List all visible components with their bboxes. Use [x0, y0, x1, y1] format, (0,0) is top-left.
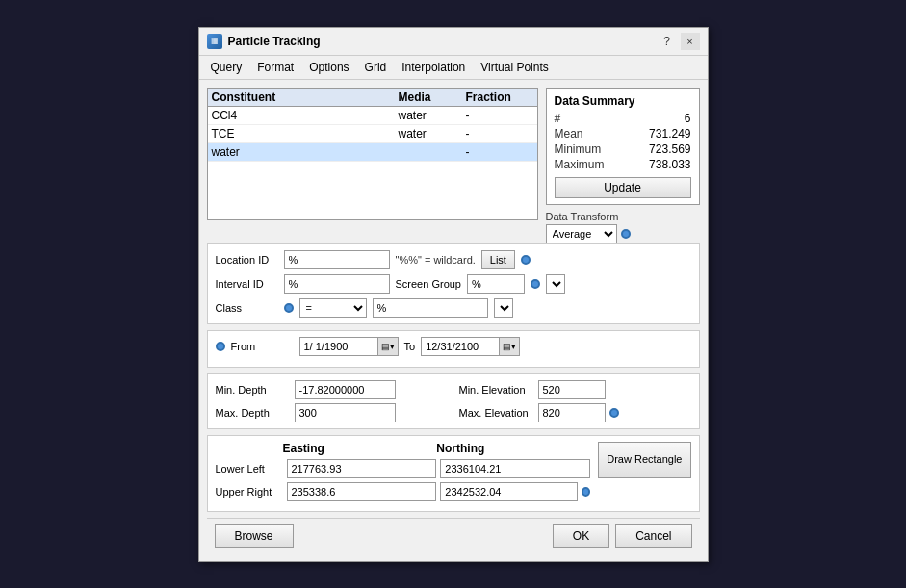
min-elev-row: Min. Elevation	[459, 380, 691, 399]
wildcard-hint: "%%" = wildcard.	[396, 254, 476, 266]
lower-left-northing-input[interactable]	[440, 459, 590, 478]
from-date-calendar-btn[interactable]: ▤▾	[377, 338, 398, 355]
summary-count-row: # 6	[555, 112, 691, 125]
coord-layout: Easting Northing Lower Left Upper Right	[216, 442, 691, 505]
class-operator-select[interactable]: =	[299, 298, 367, 318]
min-elev-input[interactable]	[538, 380, 606, 399]
upper-right-easting-input[interactable]	[287, 482, 437, 501]
to-date-input[interactable]	[422, 338, 499, 355]
title-bar: ▦ Particle Tracking ? ×	[199, 28, 708, 56]
min-depth-label: Min. Depth	[216, 384, 291, 396]
max-elev-row: Max. Elevation	[459, 403, 691, 422]
main-content: Constituent Media Fraction CCl4 water - …	[199, 80, 708, 561]
data-summary-title: Data Summary	[555, 94, 691, 108]
max-depth-input[interactable]	[295, 403, 396, 422]
upper-right-label: Upper Right	[216, 486, 283, 498]
class-label: Class	[216, 302, 278, 314]
main-window: ▦ Particle Tracking ? × Query Format Opt…	[198, 27, 709, 562]
row-fraction: -	[466, 145, 533, 159]
summary-max-value: 738.033	[649, 158, 690, 171]
table-row[interactable]: water -	[208, 143, 537, 162]
bottom-right-buttons: OK Cancel	[553, 524, 692, 548]
max-depth-row: Max. Depth	[216, 403, 448, 422]
update-button[interactable]: Update	[555, 177, 691, 198]
transform-label: Data Transform	[546, 211, 700, 222]
screen-group-select[interactable]: ▼	[546, 274, 565, 294]
lower-left-label: Lower Left	[216, 463, 283, 474]
transform-select[interactable]: Average Maximum Minimum Sum	[546, 224, 617, 243]
row-constituent: water	[212, 145, 399, 159]
to-label: To	[404, 341, 416, 352]
upper-right-northing-input[interactable]	[440, 482, 577, 501]
table-header: Constituent Media Fraction	[208, 89, 537, 107]
summary-min-row: Minimum 723.569	[555, 142, 691, 156]
menu-options[interactable]: Options	[301, 58, 356, 77]
coordinates-section: Easting Northing Lower Left Upper Right	[207, 435, 700, 512]
menu-interpolation[interactable]: Interpolation	[394, 58, 473, 77]
screen-group-label: Screen Group	[396, 278, 461, 290]
interval-id-input[interactable]	[284, 274, 390, 294]
from-label: From	[231, 341, 294, 352]
location-id-label: Location ID	[216, 254, 278, 266]
depth-elevation-section: Min. Depth Min. Elevation Max. Depth Max…	[207, 373, 700, 429]
draw-rectangle-button[interactable]: Draw Rectangle	[598, 442, 690, 478]
transform-indicator	[621, 229, 631, 239]
screen-group-input[interactable]	[467, 274, 525, 294]
menu-format[interactable]: Format	[249, 58, 301, 77]
row-constituent: CCl4	[212, 109, 399, 122]
close-button[interactable]: ×	[681, 33, 700, 50]
help-button[interactable]: ?	[658, 33, 677, 50]
cancel-button[interactable]: Cancel	[615, 524, 691, 548]
min-depth-input[interactable]	[295, 380, 396, 399]
coord-header: Easting Northing	[216, 442, 591, 455]
left-panel: Constituent Media Fraction CCl4 water - …	[207, 88, 538, 243]
row-constituent: TCE	[212, 127, 399, 141]
summary-mean-value: 731.249	[649, 127, 690, 141]
menu-grid[interactable]: Grid	[357, 58, 395, 77]
interval-id-row: Interval ID Screen Group ▼	[216, 274, 691, 294]
summary-count-label: #	[555, 112, 561, 125]
col-fraction: Fraction	[466, 90, 533, 104]
to-date-calendar-btn[interactable]: ▤▾	[499, 338, 519, 355]
transform-select-row: Average Maximum Minimum Sum	[546, 224, 700, 243]
northing-header: Northing	[436, 442, 590, 455]
ok-button[interactable]: OK	[553, 524, 609, 548]
row-fraction: -	[466, 109, 533, 122]
coord-table: Easting Northing Lower Left Upper Right	[216, 442, 591, 505]
location-id-row: Location ID "%%" = wildcard. List	[216, 250, 691, 269]
menu-virtual-points[interactable]: Virtual Points	[473, 58, 556, 77]
col-media: Media	[399, 90, 466, 104]
date-range-row: From ▤▾ To ▤▾	[216, 337, 691, 356]
date-range-section: From ▤▾ To ▤▾	[207, 330, 700, 368]
date-indicator	[216, 342, 225, 351]
to-date-input-wrap: ▤▾	[421, 337, 520, 356]
from-date-input[interactable]	[300, 338, 377, 355]
max-depth-label: Max. Depth	[216, 407, 291, 419]
table-row[interactable]: CCl4 water -	[208, 107, 537, 125]
menu-query[interactable]: Query	[203, 58, 250, 77]
summary-count-value: 6	[685, 112, 691, 125]
browse-button[interactable]: Browse	[215, 524, 294, 548]
upper-right-row: Upper Right	[216, 482, 591, 501]
class-value-input[interactable]	[373, 298, 488, 318]
table-row[interactable]: TCE water -	[208, 125, 537, 143]
max-elev-indicator	[609, 408, 619, 418]
class-operator-dot	[284, 303, 294, 313]
location-id-input[interactable]	[284, 250, 390, 269]
window-title: Particle Tracking	[228, 35, 321, 48]
summary-min-label: Minimum	[555, 142, 602, 156]
summary-max-row: Maximum 738.033	[555, 158, 691, 171]
summary-mean-label: Mean	[555, 127, 583, 141]
data-summary-panel: Data Summary # 6 Mean 731.249 Minimum 72…	[546, 88, 700, 205]
summary-min-value: 723.569	[649, 142, 690, 156]
depth-elevation-grid: Min. Depth Min. Elevation Max. Depth Max…	[216, 380, 691, 422]
constituent-table: Constituent Media Fraction CCl4 water - …	[207, 88, 538, 220]
max-elev-input[interactable]	[538, 403, 606, 422]
menu-bar: Query Format Options Grid Interpolation …	[199, 56, 708, 80]
northing-indicator	[582, 487, 590, 497]
list-button[interactable]: List	[481, 250, 515, 269]
lower-left-easting-input[interactable]	[287, 459, 437, 478]
list-indicator	[521, 255, 531, 265]
class-value-select[interactable]: ▼	[494, 298, 513, 318]
transform-section: Data Transform Average Maximum Minimum S…	[546, 211, 700, 243]
